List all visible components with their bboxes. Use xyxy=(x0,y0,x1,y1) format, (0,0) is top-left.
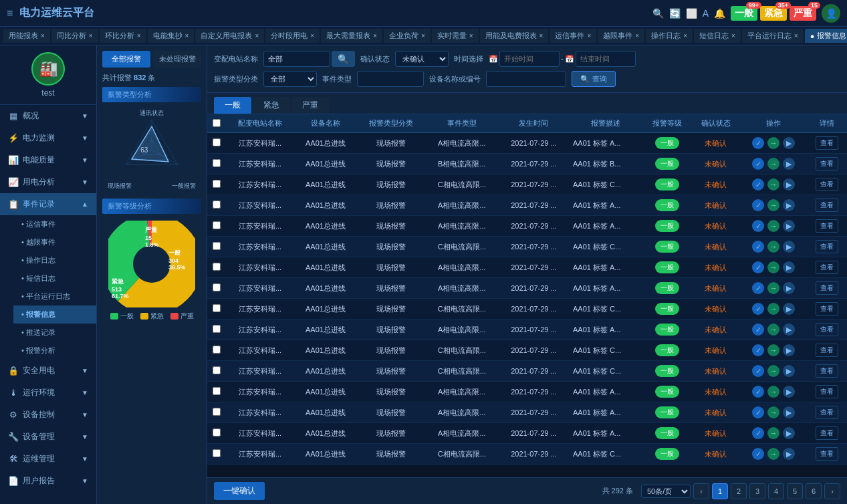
view-detail-btn[interactable]: 查看 xyxy=(816,302,838,316)
forward-action-btn[interactable]: → xyxy=(767,241,779,253)
tab-close[interactable]: × xyxy=(421,32,425,39)
tab-caozuorizhi[interactable]: 操作日志× xyxy=(646,29,693,43)
forward-action-btn[interactable]: → xyxy=(767,220,779,232)
tab-close[interactable]: × xyxy=(587,32,591,39)
confirm-action-btn[interactable]: ✓ xyxy=(752,365,764,377)
menu-icon[interactable]: ≡ xyxy=(7,7,13,19)
type-tab-serious[interactable]: 严重 xyxy=(291,97,329,114)
tab-baojingxinxi[interactable]: ● 报警信息× xyxy=(805,29,847,43)
sidebar-item-events[interactable]: 📋 事件记录 ▲ xyxy=(0,193,96,215)
forward-action-btn[interactable]: → xyxy=(767,282,779,294)
sidebar-sub-baojingfenxi[interactable]: • 报警分析 xyxy=(13,342,96,360)
confirm-action-btn[interactable]: ✓ xyxy=(752,324,764,336)
page-btn-5[interactable]: 5 xyxy=(787,483,803,499)
view-detail-btn[interactable]: 查看 xyxy=(816,219,838,233)
tab-yongnengbaobiao[interactable]: 用能报表× xyxy=(3,29,50,43)
view-detail-btn[interactable]: 查看 xyxy=(816,364,838,378)
badge-serious[interactable]: 严重15 xyxy=(790,6,816,21)
fullscreen-icon[interactable]: ⬜ xyxy=(686,8,697,19)
tab-close[interactable]: × xyxy=(469,32,473,39)
tab-close[interactable]: × xyxy=(539,32,543,39)
search-icon[interactable]: 🔍 xyxy=(652,8,664,19)
row-checkbox[interactable] xyxy=(213,449,221,457)
time-start-input[interactable] xyxy=(499,51,560,67)
sidebar-item-safety[interactable]: 🔒 安全用电 ▼ xyxy=(0,360,96,382)
confirm-action-btn[interactable]: ✓ xyxy=(752,178,764,191)
view-detail-btn[interactable]: 查看 xyxy=(816,344,838,357)
confirm-action-btn[interactable]: ✓ xyxy=(752,220,764,232)
row-checkbox[interactable] xyxy=(213,304,221,312)
confirm-action-btn[interactable]: ✓ xyxy=(752,137,764,149)
confirm-all-button[interactable]: 一键确认 xyxy=(214,482,265,500)
station-input[interactable] xyxy=(263,51,330,67)
confirm-action-btn[interactable]: ✓ xyxy=(752,303,764,315)
station-search-btn[interactable]: 🔍 xyxy=(332,51,355,67)
select-all-checkbox[interactable] xyxy=(213,119,221,127)
tab-close[interactable]: × xyxy=(137,32,141,39)
forward-action-btn[interactable]: → xyxy=(767,365,779,377)
tab-close[interactable]: × xyxy=(794,32,798,39)
video-action-btn[interactable]: ▶ xyxy=(783,406,795,418)
view-detail-btn[interactable]: 查看 xyxy=(816,240,838,253)
sidebar-sub-duanxin[interactable]: • 短信日志 xyxy=(13,269,96,287)
forward-action-btn[interactable]: → xyxy=(767,261,779,273)
confirm-action-btn[interactable]: ✓ xyxy=(752,261,764,273)
sidebar-item-quality[interactable]: 📊 电能质量 ▼ xyxy=(0,149,96,171)
refresh-icon[interactable]: 🔄 xyxy=(669,8,681,19)
tab-qiyefuhe[interactable]: 企业负荷× xyxy=(384,29,431,43)
tab-close[interactable]: × xyxy=(373,32,377,39)
next-page-btn[interactable]: › xyxy=(824,483,840,499)
video-action-btn[interactable]: ▶ xyxy=(783,365,795,377)
view-detail-btn[interactable]: 查看 xyxy=(816,178,838,191)
forward-action-btn[interactable]: → xyxy=(767,303,779,315)
forward-action-btn[interactable]: → xyxy=(767,344,779,356)
row-checkbox[interactable] xyxy=(213,180,221,188)
view-detail-btn[interactable]: 查看 xyxy=(816,447,838,461)
status-select[interactable]: 未确认 已确认 全部 xyxy=(395,51,449,67)
video-action-btn[interactable]: ▶ xyxy=(783,448,795,460)
view-detail-btn[interactable]: 查看 xyxy=(816,426,838,440)
forward-action-btn[interactable]: → xyxy=(767,178,779,191)
view-detail-btn[interactable]: 查看 xyxy=(816,323,838,336)
notification-icon[interactable]: 🔔 xyxy=(714,8,725,19)
tab-close[interactable]: × xyxy=(731,32,735,39)
sidebar-sub-yuexian[interactable]: • 越限事件 xyxy=(13,233,96,251)
confirm-action-btn[interactable]: ✓ xyxy=(752,448,764,460)
forward-action-btn[interactable]: → xyxy=(767,386,779,398)
view-detail-btn[interactable]: 查看 xyxy=(816,261,838,274)
tab-pingtairizhi[interactable]: 平台运行日志× xyxy=(742,29,804,43)
badge-normal[interactable]: 一般99+ xyxy=(731,6,757,21)
tab-huanbi[interactable]: 环比分析× xyxy=(100,29,146,43)
row-checkbox[interactable] xyxy=(213,138,221,146)
confirm-action-btn[interactable]: ✓ xyxy=(752,282,764,294)
font-icon[interactable]: A xyxy=(703,8,709,19)
page-size-select[interactable]: 50条/页 20条/页 100条/页 xyxy=(641,485,691,498)
page-btn-6[interactable]: 6 xyxy=(806,483,822,499)
row-checkbox[interactable] xyxy=(213,263,221,271)
video-action-btn[interactable]: ▶ xyxy=(783,137,795,149)
row-checkbox[interactable] xyxy=(213,325,221,333)
type-select[interactable]: 全部 现场报警 通讯报警 xyxy=(263,71,317,87)
forward-action-btn[interactable]: → xyxy=(767,324,779,336)
view-detail-btn[interactable]: 查看 xyxy=(816,136,838,150)
search-button[interactable]: 🔍 查询 xyxy=(572,71,616,87)
view-detail-btn[interactable]: 查看 xyxy=(816,385,838,398)
forward-action-btn[interactable]: → xyxy=(767,448,779,460)
tab-duanxin[interactable]: 短信日志× xyxy=(694,29,741,43)
confirm-action-btn[interactable]: ✓ xyxy=(752,344,764,356)
sidebar-item-monitor[interactable]: ⚡ 电力监测 ▼ xyxy=(0,127,96,149)
tab-close[interactable]: × xyxy=(310,32,314,39)
sidebar-item-control[interactable]: ⚙ 设备控制 ▼ xyxy=(0,404,96,426)
row-checkbox[interactable] xyxy=(213,221,221,229)
sidebar-sub-tuisong[interactable]: • 推送记录 xyxy=(13,324,96,342)
sidebar-item-environment[interactable]: 🌡 运行环境 ▼ xyxy=(0,382,96,404)
forward-action-btn[interactable]: → xyxy=(767,199,779,211)
view-detail-btn[interactable]: 查看 xyxy=(816,157,838,170)
sidebar-sub-yunxin[interactable]: • 运信事件 xyxy=(13,215,96,233)
video-action-btn[interactable]: ▶ xyxy=(783,178,795,191)
page-btn-4[interactable]: 4 xyxy=(768,483,784,499)
row-checkbox[interactable] xyxy=(213,408,221,416)
tab-zidingyi[interactable]: 自定义用电报表× xyxy=(195,29,264,43)
forward-action-btn[interactable]: → xyxy=(767,406,779,418)
tab-close[interactable]: × xyxy=(683,32,687,39)
